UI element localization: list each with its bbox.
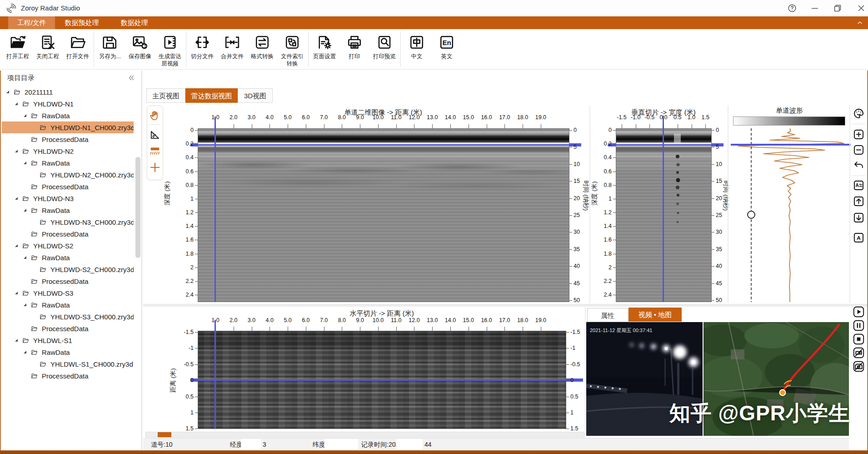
tree-expander-icon[interactable] [24,256,26,259]
tree-expander-icon[interactable] [15,244,18,247]
crosshair-icon[interactable] [149,161,161,173]
vslice-crosshair-horizontal[interactable] [616,144,712,146]
tree-item[interactable]: ProcessedData [2,228,134,240]
tree-item[interactable]: ProcessedData [2,370,134,382]
chevrons-left-icon[interactable] [127,74,135,82]
vertical-splitter[interactable] [589,106,590,303]
tree-expander-icon[interactable] [6,91,9,93]
measure-ruler-icon[interactable] [149,129,161,141]
tree-item[interactable]: YHLDWD-N3 [2,192,134,204]
toolbar-button-open-file[interactable]: 打开文件 [63,29,93,60]
tree-item[interactable]: ProcessedData [2,181,134,192]
hslice-crosshair-horizontal[interactable] [198,379,566,381]
camera-off-icon[interactable] [853,360,865,373]
hslice-scrollbar-track[interactable] [145,432,584,438]
tab-3d-view[interactable]: 3D视图 [238,88,273,103]
tree-expander-icon[interactable] [15,150,18,152]
help-icon[interactable] [787,3,797,13]
move-up-icon[interactable] [853,195,865,207]
auto-icon[interactable]: A [853,232,865,244]
toolbar-button-print-preview[interactable]: 打印预览 [369,29,399,60]
tree-item[interactable]: YHLDWL-S1_CH000.zry3d [2,358,134,370]
toolbar-button-lang-en[interactable]: En英文 [432,29,462,60]
tree-item[interactable]: RawData [2,157,134,169]
tree-expander-icon[interactable] [15,339,18,342]
tree-item[interactable]: YHLDWD-S2_CH000.zry3d [2,263,134,275]
tree-item[interactable]: YHLDWD-S2 [2,240,134,252]
tree-expander-icon[interactable] [24,303,26,306]
tab-properties[interactable]: 属性 [587,308,628,322]
vertical-splitter[interactable] [585,307,586,438]
layer-pick-icon[interactable] [149,145,161,157]
tree-item[interactable]: YHLDWL-S1 [2,334,134,346]
tree-item[interactable]: YHLDWD-N3_CH000.zry3d [2,216,134,228]
sidebar-splitter[interactable] [141,71,142,450]
toolbar-button-merge-file[interactable]: 合并文件 [217,29,247,60]
hslice-scrollbar-thumb[interactable] [158,432,171,437]
ribbon-tab-process[interactable]: 数据处理 [109,16,160,29]
tree-item[interactable]: YHLDWD-N2_CH000.zry3d [2,169,134,181]
profile-crosshair-horizontal[interactable] [198,144,569,146]
tree-item[interactable]: RawData [2,204,134,216]
tree-expander-icon[interactable] [15,197,18,200]
ribbon-tab-project-file[interactable]: 工程/文件 [8,16,55,29]
play-icon[interactable] [853,306,865,318]
toolbar-button-save-as[interactable]: 另存为... [95,29,125,60]
tree-item[interactable]: RawData [2,252,134,263]
close-icon[interactable] [856,3,866,13]
tab-radar-data-view[interactable]: 雷达数据视图 [185,88,238,103]
toolbar-button-save-image[interactable]: 保存图像 [125,29,155,60]
palette-icon[interactable] [853,107,865,120]
tree-expander-icon[interactable] [24,351,26,353]
tree-item[interactable]: RawData [2,299,134,311]
hslice-crosshair-vertical[interactable] [215,320,216,429]
horizontal-splitter[interactable] [143,304,868,307]
tree-item[interactable]: YHLDWD-S3 [2,287,134,299]
tree-expander-icon[interactable] [24,161,26,164]
tree-item[interactable]: YHLDWD-N2 [2,145,134,157]
tab-home-view[interactable]: 主页视图 [146,88,185,103]
tree-expander-icon[interactable] [24,114,26,117]
sidebar-scrollbar[interactable] [135,157,140,258]
tree-item[interactable]: 20211111 [2,86,134,98]
pan-hand-icon[interactable] [149,110,161,121]
tree-item[interactable]: ProcessedData [2,323,134,334]
waveform-crosshair-horizontal[interactable] [731,144,851,146]
tab-video-map[interactable]: 视频 • 地图 [629,308,682,322]
restore-icon[interactable] [833,3,843,13]
zoom-out-icon[interactable] [853,144,865,156]
tree-item[interactable]: RawData [2,110,134,121]
video-off-icon[interactable] [853,347,865,359]
minimize-icon[interactable] [810,3,820,13]
gain-icon[interactable]: A [853,179,865,192]
toolbar-button-page-setup[interactable]: 页面设置 [309,29,339,60]
zoom-in-icon[interactable] [853,128,865,141]
vertical-splitter[interactable] [849,106,850,303]
tree-item[interactable]: ProcessedData [2,275,134,287]
tree-expander-icon[interactable] [15,102,18,105]
toolbar-button-format-convert[interactable]: 格式转换 [247,29,277,60]
tree-item-selected[interactable]: YHLDWD-N1_CH000.zry3d [2,121,134,133]
tree-item[interactable]: RawData [2,346,134,358]
tree-item[interactable]: YHLDWD-N1 [2,98,134,110]
vertical-splitter[interactable] [728,106,728,303]
tree-expander-icon[interactable] [15,292,18,294]
ribbon-tab-preprocess[interactable]: 数据预处理 [55,16,109,29]
tree-item[interactable]: YHLDWD-S3_CH000.zry3d [2,311,134,323]
move-down-icon[interactable] [853,212,865,224]
toolbar-button-lang-zh[interactable]: 中文 [402,29,432,60]
toolbar-button-index-convert[interactable]: 文件索引 转换 [277,29,307,68]
toolbar-button-print[interactable]: 打印 [339,29,369,60]
tree-expander-icon[interactable] [24,209,26,212]
toolbar-button-make-video[interactable]: 生成雷达 层视频 [155,29,185,68]
toolbar-button-close-project[interactable]: 关闭工程 [33,29,63,60]
toolbar-button-split-file[interactable]: 切分文件 [187,29,217,60]
tree-item[interactable]: ProcessedData [2,133,134,145]
undo-icon[interactable] [853,159,865,172]
ribbon-collapse-icon[interactable] [856,19,863,26]
waveform-plot[interactable] [731,128,849,302]
pause-icon[interactable] [853,319,865,332]
vslice-crosshair-vertical[interactable] [663,116,664,302]
toolbar-button-open-project[interactable]: 打开工程 [3,29,33,60]
grayscale-colorbar[interactable] [733,116,845,126]
